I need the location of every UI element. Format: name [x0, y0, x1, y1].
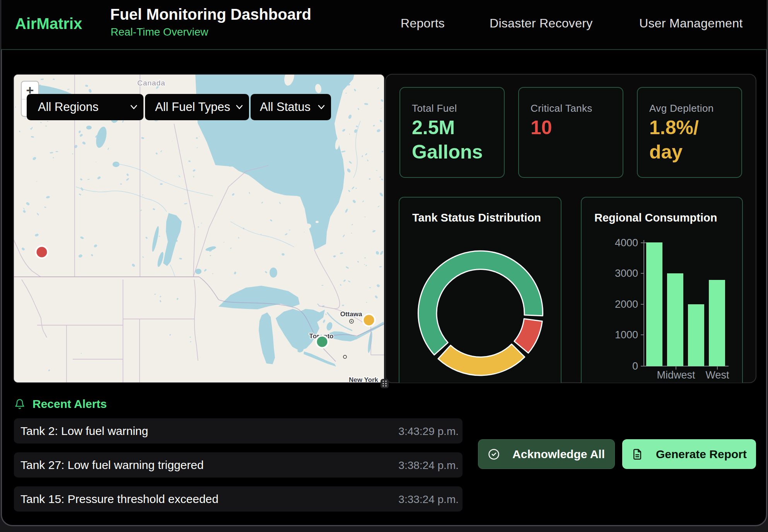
svg-text:West: West	[705, 369, 729, 381]
svg-text:Midwest: Midwest	[657, 369, 695, 381]
svg-text:2000: 2000	[615, 298, 638, 310]
svg-text:New York: New York	[349, 376, 378, 382]
svg-text:Canada: Canada	[137, 79, 166, 87]
svg-text:1000: 1000	[615, 329, 638, 341]
svg-text:0: 0	[632, 360, 638, 372]
svg-text:3000: 3000	[615, 268, 638, 279]
svg-text:Ottawa: Ottawa	[340, 310, 362, 318]
svg-text:4000: 4000	[615, 237, 638, 249]
